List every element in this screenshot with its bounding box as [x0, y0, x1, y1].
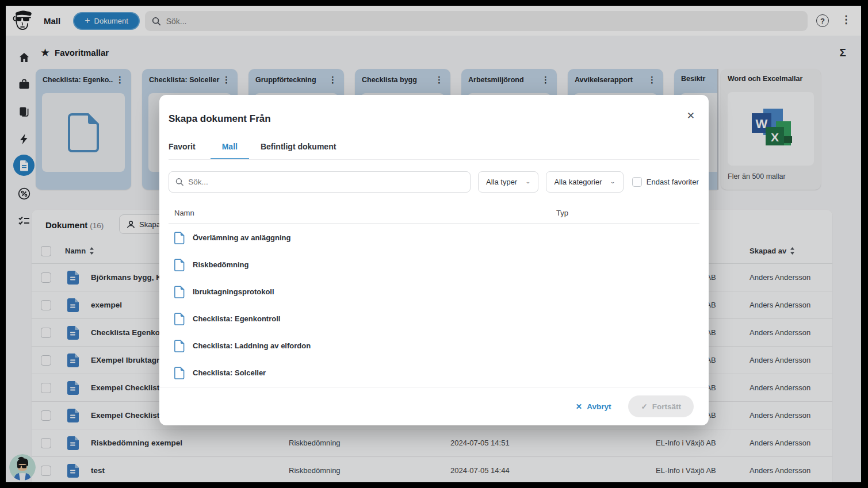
template-list-item[interactable]: Ibruktagningsprotokoll: [169, 278, 699, 305]
template-name: Riskbedömning: [193, 260, 249, 269]
template-list-item[interactable]: Riskbedömning: [169, 251, 699, 278]
template-name: Checklista: Solceller: [193, 368, 266, 377]
screen-frame: Mall + Dokument ? ⋮: [0, 0, 868, 488]
tab-mall[interactable]: Mall: [211, 135, 249, 159]
checkbox-icon[interactable]: [632, 177, 642, 187]
close-icon: ✕: [576, 402, 582, 411]
modal-list-header: Namn Typ: [169, 208, 699, 224]
template-name: Checklista: Laddning av elfordon: [193, 341, 311, 350]
document-outline-icon: [174, 340, 185, 352]
modal-column-type: Typ: [556, 209, 568, 217]
document-outline-icon: [174, 367, 185, 379]
continue-label: Fortsätt: [652, 402, 681, 411]
favorites-only-checkbox[interactable]: Endast favoriter: [632, 171, 699, 193]
modal-search-input[interactable]: [188, 178, 464, 186]
template-name: Checklista: Egenkontroll: [193, 314, 280, 323]
modal-template-list: Överlämning av anläggning Riskbedömning …: [169, 224, 699, 387]
cancel-button[interactable]: ✕ Avbryt: [576, 402, 611, 411]
app-window: Mall + Dokument ? ⋮: [6, 6, 861, 482]
search-icon: [175, 178, 183, 186]
modal-search[interactable]: [169, 171, 471, 193]
modal-title: Skapa dokument Från: [169, 113, 271, 125]
check-icon: ✓: [641, 402, 647, 411]
template-name: Ibruktagningsprotokoll: [193, 287, 274, 296]
favorites-only-label: Endast favoriter: [647, 178, 699, 186]
document-outline-icon: [174, 259, 185, 271]
category-filter-dropdown[interactable]: Alla kategorier⌄: [546, 171, 623, 193]
chevron-down-icon: ⌄: [525, 179, 530, 185]
modal-filter-row: Alla typer⌄ Alla kategorier⌄ Endast favo…: [169, 171, 699, 193]
modal-footer: ✕ Avbryt ✓ Fortsätt: [159, 387, 709, 425]
document-outline-icon: [174, 286, 185, 298]
chevron-down-icon: ⌄: [610, 179, 615, 185]
tab-befintligt-dokument[interactable]: Befintligt dokument: [249, 135, 347, 159]
type-filter-dropdown[interactable]: Alla typer⌄: [478, 171, 538, 193]
tab-favorit[interactable]: Favorit: [169, 135, 211, 159]
modal-column-name: Namn: [174, 209, 194, 217]
template-name: Överlämning av anläggning: [193, 233, 290, 242]
continue-button[interactable]: ✓ Fortsätt: [628, 395, 694, 417]
template-list-item[interactable]: Överlämning av anläggning: [169, 224, 699, 251]
modal-tabs: Favorit Mall Befintligt dokument: [169, 135, 699, 160]
template-list-item[interactable]: Checklista: Laddning av elfordon: [169, 332, 699, 359]
template-list-item[interactable]: Checklista: Solceller: [169, 359, 699, 386]
cancel-label: Avbryt: [587, 402, 611, 411]
close-icon[interactable]: ✕: [687, 110, 695, 122]
document-outline-icon: [174, 313, 185, 325]
create-document-modal: Skapa dokument Från ✕ Favorit Mall Befin…: [159, 95, 709, 425]
template-list-item[interactable]: Checklista: Egenkontroll: [169, 305, 699, 332]
document-outline-icon: [174, 232, 185, 244]
